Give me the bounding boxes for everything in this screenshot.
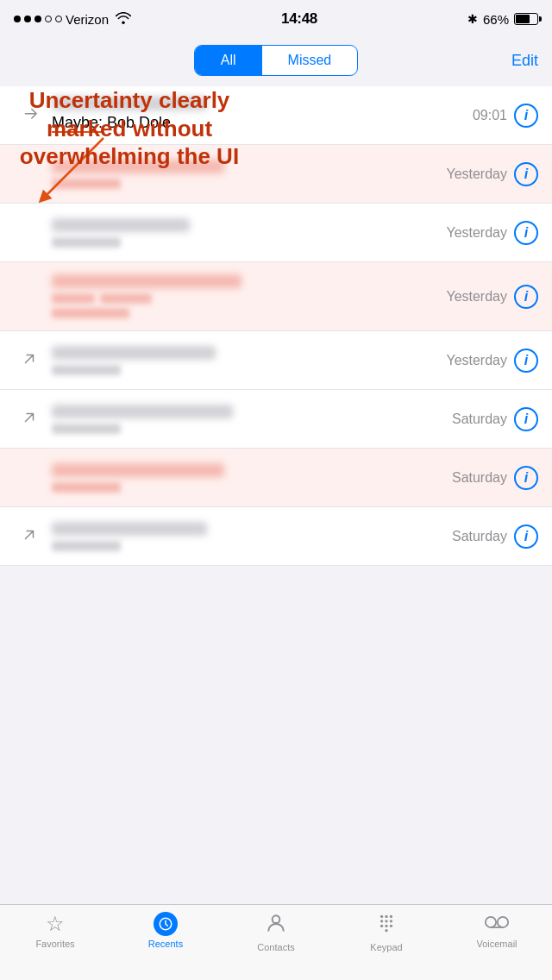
recents-icon [154, 912, 178, 936]
caller-name-blurred [52, 97, 207, 110]
outgoing-call-icon [22, 410, 37, 429]
call-info [45, 346, 446, 375]
call-time-area: 09:01 i [473, 104, 538, 128]
info-button[interactable]: i [514, 466, 538, 490]
dot-1 [14, 16, 21, 22]
call-time: Saturday [452, 470, 507, 486]
dot-4 [45, 16, 52, 22]
voicemail-icon [485, 912, 509, 936]
dot-3 [34, 16, 41, 22]
call-time-area: Yesterday i [446, 162, 538, 186]
call-time-area: Yesterday i [446, 285, 538, 309]
caller-name-blurred [52, 405, 233, 418]
outgoing-call-icon [22, 351, 37, 370]
tab-voicemail-label: Voicemail [476, 939, 517, 949]
caller-name-maybe: Maybe: Bob Dole [52, 114, 466, 132]
svg-point-15 [498, 917, 508, 927]
status-right: ✱ 66% [467, 12, 538, 27]
status-bar: Verizon 14:48 ✱ 66% [0, 0, 552, 38]
segment-control[interactable]: All Missed [194, 45, 358, 76]
tab-favorites-label: Favorites [35, 939, 74, 949]
svg-point-13 [385, 929, 387, 932]
call-time: Yesterday [446, 353, 507, 368]
call-time-area: Yesterday i [446, 221, 538, 245]
info-button[interactable]: i [514, 349, 538, 373]
caller-name-blurred [52, 346, 216, 360]
call-info [45, 463, 452, 493]
table-row[interactable]: Yesterday i [0, 262, 552, 331]
svg-point-4 [380, 915, 383, 918]
call-sub-blurred [52, 179, 121, 189]
call-time: Saturday [452, 529, 507, 544]
call-sub-blurred-2 [100, 293, 152, 304]
svg-point-9 [390, 920, 392, 922]
call-info [45, 274, 446, 318]
call-info: Maybe: Bob Dole [45, 97, 473, 134]
call-time: 09:01 [473, 108, 507, 123]
caller-name-blurred [52, 160, 224, 173]
info-button[interactable]: i [514, 162, 538, 186]
contacts-icon [265, 912, 287, 939]
call-info [45, 160, 446, 189]
call-sub-blurred [52, 424, 121, 434]
table-row[interactable]: Yesterday i [0, 204, 552, 262]
svg-point-12 [390, 925, 392, 927]
info-button[interactable]: i [514, 285, 538, 309]
call-sub-blurred [52, 482, 121, 493]
caller-name-blurred [52, 463, 224, 477]
tab-favorites[interactable]: ☆ Favorites [0, 912, 110, 949]
carrier-label: Verizon [66, 12, 109, 27]
table-row[interactable]: Saturday i [0, 449, 552, 507]
svg-point-8 [385, 920, 387, 922]
tab-keypad[interactable]: Keypad [331, 912, 442, 952]
call-icon-area [14, 410, 45, 429]
calls-list: Maybe: Bob Dole 09:01 i Yesterday i [0, 86, 552, 566]
call-icon-area [14, 351, 45, 370]
outgoing-call-icon [17, 103, 42, 128]
tab-recents-label: Recents [148, 939, 183, 949]
svg-point-3 [273, 915, 280, 923]
dot-5 [55, 16, 62, 22]
caller-name-blurred [52, 274, 242, 288]
battery-icon [514, 13, 538, 25]
segment-all-button[interactable]: All [195, 46, 262, 75]
maybe-label: Maybe: [52, 114, 103, 133]
segment-missed-button[interactable]: Missed [262, 46, 358, 75]
call-time-area: Saturday i [452, 525, 538, 549]
bluetooth-icon: ✱ [467, 12, 478, 26]
battery-percentage: 66% [483, 12, 509, 27]
status-left: Verizon [14, 12, 131, 27]
call-sub-blurred [52, 541, 121, 551]
info-button[interactable]: i [514, 525, 538, 549]
call-sub-blurred [52, 365, 121, 375]
call-time-area: Yesterday i [446, 349, 538, 373]
tab-contacts-label: Contacts [257, 942, 294, 952]
call-time: Yesterday [446, 289, 507, 305]
call-time: Yesterday [446, 225, 507, 241]
call-time-area: Saturday i [452, 466, 538, 490]
tab-contacts[interactable]: Contacts [221, 912, 331, 952]
info-button[interactable]: i [514, 221, 538, 245]
favorites-icon: ☆ [46, 912, 65, 936]
svg-point-7 [380, 920, 383, 922]
table-row[interactable]: Maybe: Bob Dole 09:01 i [0, 86, 552, 145]
call-sub-blurred-3 [52, 308, 129, 318]
table-row[interactable]: Yesterday i [0, 145, 552, 204]
table-row[interactable]: Saturday i [0, 390, 552, 449]
tab-keypad-label: Keypad [370, 942, 402, 952]
table-row[interactable]: Yesterday i [0, 331, 552, 390]
svg-point-6 [390, 915, 392, 918]
edit-button[interactable]: Edit [486, 52, 538, 70]
tab-recents[interactable]: Recents [110, 912, 221, 949]
signal-dots [14, 16, 62, 22]
call-time: Yesterday [446, 166, 507, 182]
caller-name-blurred [52, 522, 207, 536]
info-button[interactable]: i [514, 407, 538, 431]
tab-voicemail[interactable]: Voicemail [442, 912, 552, 949]
status-time: 14:48 [281, 10, 317, 28]
info-button[interactable]: i [514, 104, 538, 128]
call-info [45, 405, 452, 434]
svg-point-10 [380, 925, 383, 927]
call-time-area: Saturday i [452, 407, 538, 431]
table-row[interactable]: Saturday i [0, 507, 552, 566]
